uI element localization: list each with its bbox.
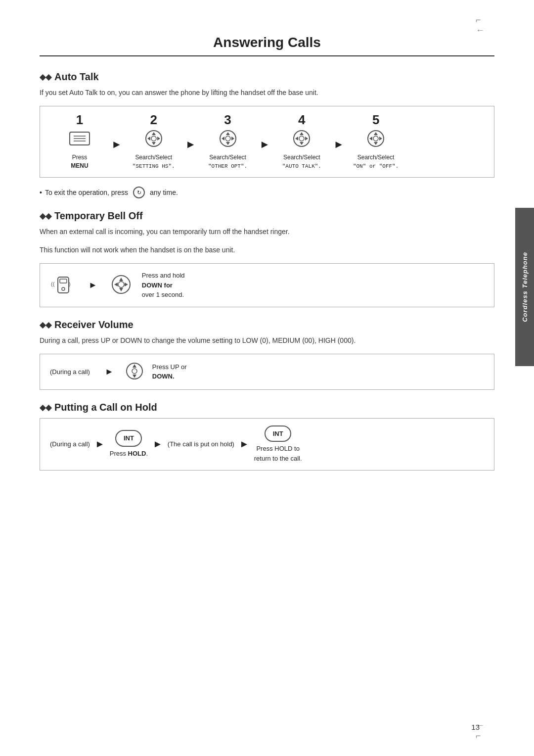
nav-icon-2 xyxy=(141,128,167,150)
side-tab-label: Cordless Telephone xyxy=(521,252,529,322)
svg-marker-14 xyxy=(222,137,224,141)
hold-procedure: (During a call) ► INT Press HOLD. ► (The… xyxy=(40,418,494,471)
hold-status-label: (The call is put on hold) xyxy=(168,439,234,449)
step-1: 1 Press MENU xyxy=(50,113,109,170)
svg-point-23 xyxy=(373,136,378,141)
receiver-volume-header: ◆◆ Receiver Volume xyxy=(40,319,494,331)
hold-arrow-2: ► xyxy=(153,438,163,450)
menu-button-icon xyxy=(67,128,92,150)
arrow-right-2: ► xyxy=(105,367,114,377)
step-5: 5 Search/Select "ON" or "OFF". xyxy=(346,113,405,170)
diamond-icon-1: ◆◆ xyxy=(40,72,51,82)
nav-icon-4 xyxy=(289,128,314,150)
page: Cordless Telephone ⌐← ←⌐ Answering Calls… xyxy=(0,0,534,756)
step-2: 2 Search/Select "SETTING HS". xyxy=(124,113,183,170)
svg-marker-25 xyxy=(374,142,378,145)
hold-int-button-1: INT Press HOLD. xyxy=(110,430,148,458)
nav-icon-3 xyxy=(215,128,241,150)
hold-arrow-1: ► xyxy=(95,438,105,450)
hold-int-button-2: INT Press HOLD to return to the call. xyxy=(254,425,302,464)
svg-marker-41 xyxy=(133,364,136,368)
exit-button-icon: ↻ xyxy=(133,187,145,198)
svg-marker-18 xyxy=(300,132,304,135)
diamond-icon-3: ◆◆ xyxy=(40,320,51,330)
svg-marker-6 xyxy=(152,132,156,135)
page-number: 13 xyxy=(471,723,480,731)
auto-talk-steps: 1 Press MENU ► 2 xyxy=(40,106,494,178)
handset-icon-area: (( ) xyxy=(50,272,76,298)
svg-marker-38 xyxy=(125,283,128,286)
svg-marker-7 xyxy=(152,142,156,145)
auto-talk-header: ◆◆ Auto Talk xyxy=(40,71,494,83)
receiver-volume-desc: During a call, press UP or DOWN to chang… xyxy=(40,335,494,346)
side-tab: Cordless Telephone xyxy=(515,208,534,366)
hold-arrow-3: ► xyxy=(239,438,249,450)
temp-bell-instruction: Press and hold DOWN for over 1 second. xyxy=(142,271,185,300)
svg-point-5 xyxy=(151,136,156,141)
nav-icon-5 xyxy=(363,128,389,150)
svg-text:): ) xyxy=(69,281,71,287)
svg-marker-21 xyxy=(305,137,308,141)
putting-on-hold-header: ◆◆ Putting a Call on Hold xyxy=(40,402,494,413)
svg-point-17 xyxy=(299,136,304,141)
svg-marker-35 xyxy=(119,278,123,281)
svg-rect-30 xyxy=(60,279,67,283)
exit-note: • To exit the operation, press ↻ any tim… xyxy=(40,187,494,198)
section-temp-bell: ◆◆ Temporary Bell Off When an external c… xyxy=(40,210,494,307)
svg-marker-20 xyxy=(295,137,298,141)
arrow-right-1: ► xyxy=(89,280,97,290)
temp-bell-desc1: When an external call is incoming, you c… xyxy=(40,227,494,237)
step-3: 3 Search/Select "OTHER OPT". xyxy=(198,113,258,170)
section-auto-talk: ◆◆ Auto Talk If you set Auto Talk to on,… xyxy=(40,71,494,198)
svg-marker-26 xyxy=(369,137,372,141)
int-icon-1: INT xyxy=(115,430,142,447)
hold-during-call: (During a call) xyxy=(50,439,90,449)
temp-bell-desc2: This function will not work when the han… xyxy=(40,245,494,255)
svg-marker-42 xyxy=(133,375,136,378)
svg-marker-37 xyxy=(114,283,118,286)
svg-point-11 xyxy=(225,136,230,141)
svg-point-40 xyxy=(132,369,137,374)
section-receiver-volume: ◆◆ Receiver Volume During a call, press … xyxy=(40,319,494,390)
page-title: Answering Calls xyxy=(40,35,494,56)
diamond-icon-4: ◆◆ xyxy=(40,403,51,412)
section-putting-on-hold: ◆◆ Putting a Call on Hold (During a call… xyxy=(40,402,494,471)
svg-marker-12 xyxy=(226,132,230,135)
temp-bell-procedure: (( ) ► xyxy=(40,263,494,307)
svg-marker-27 xyxy=(379,137,382,141)
handset-icon: (( ) xyxy=(50,272,76,298)
svg-text:((: (( xyxy=(51,281,55,287)
nav-down-icon xyxy=(110,274,132,297)
corner-mark-top: ⌐← xyxy=(476,15,485,36)
diamond-icon-2: ◆◆ xyxy=(40,211,51,221)
svg-marker-9 xyxy=(157,137,160,141)
svg-marker-36 xyxy=(119,288,123,291)
svg-point-31 xyxy=(62,287,65,290)
nav-updown-icon xyxy=(125,361,144,382)
step-4: 4 Search/Select "AUTO TALK". xyxy=(272,113,331,170)
svg-marker-24 xyxy=(374,132,378,135)
svg-marker-8 xyxy=(147,137,150,141)
auto-talk-desc: If you set Auto Talk to on, you can answ… xyxy=(40,88,494,98)
int-icon-2: INT xyxy=(265,425,291,442)
volume-procedure: (During a call) ► Press UP or DOWN. xyxy=(40,354,494,390)
svg-marker-15 xyxy=(231,137,234,141)
during-call-label: (During a call) xyxy=(50,368,90,376)
press-hold-label: Press HOLD. xyxy=(110,449,148,459)
svg-marker-13 xyxy=(226,142,230,145)
temp-bell-header: ◆◆ Temporary Bell Off xyxy=(40,210,494,222)
volume-instruction: Press UP or DOWN. xyxy=(152,362,187,381)
svg-point-34 xyxy=(118,282,124,287)
svg-marker-19 xyxy=(300,142,304,145)
